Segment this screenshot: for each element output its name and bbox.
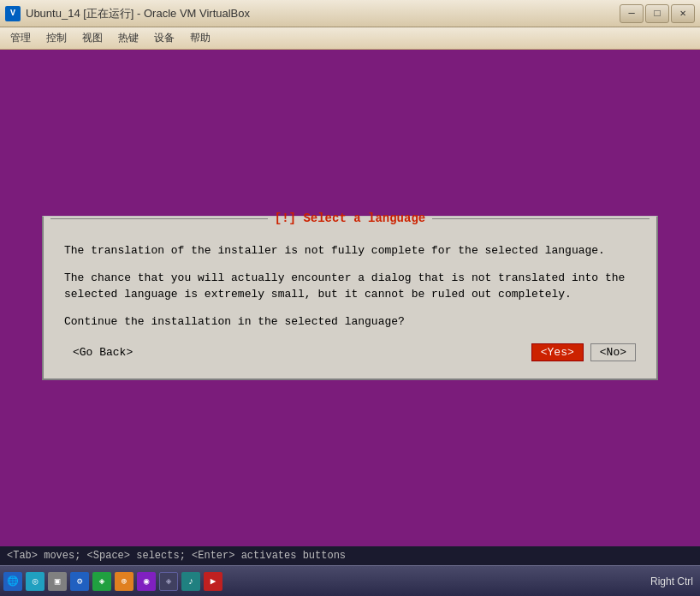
dialog-body: The translation of the installer is not … [44,229,656,378]
dialog-line2: The chance that you will actually encoun… [64,270,636,303]
maximize-button[interactable]: □ [645,4,669,23]
titlebar-left: V Ubuntu_14 [正在运行] - Oracle VM VirtualBo… [5,6,250,21]
dialog-buttons: <Go Back> <Yes> <No> [64,343,636,361]
status-bar: <Tab> moves; <Space> selects; <Enter> ac… [0,546,700,565]
titlebar: V Ubuntu_14 [正在运行] - Oracle VM VirtualBo… [0,0,700,27]
menu-item-hotkey[interactable]: 热键 [111,29,145,47]
taskbar-icons: 🌐◎▣⚙◈⊕◉◈♪▶ [3,572,222,591]
titlebar-buttons: — □ ✕ [620,4,695,23]
dialog-line3: Continue the installation in the selecte… [64,313,636,331]
vm-area: [!] Select a language The translation of… [0,50,700,596]
app-icon: V [5,6,21,21]
dialog-box: [!] Select a language The translation of… [42,216,658,380]
status-text: <Tab> moves; <Space> selects; <Enter> ac… [7,550,346,562]
usb-icon[interactable]: ⊕ [115,572,133,591]
display-icon[interactable]: ▣ [48,572,67,591]
dialog-title-line-right [432,218,650,219]
browser-icon[interactable]: ◎ [26,572,44,591]
menu-item-manage[interactable]: 管理 [3,29,38,47]
menu-item-control[interactable]: 控制 [39,29,74,47]
media-icon[interactable]: ◉ [137,572,156,591]
settings-icon[interactable]: ◈ [159,572,178,591]
menu-item-help[interactable]: 帮助 [183,29,217,47]
dialog-title: [!] Select a language [268,212,432,225]
menu-item-devices[interactable]: 设备 [147,29,181,47]
storage-icon[interactable]: ◈ [92,572,111,591]
vm-icon[interactable]: ▶ [204,572,222,591]
link-icon[interactable]: ⚙ [70,572,89,591]
dialog-line1: The translation of the installer is not … [64,242,636,259]
menubar: 管理 控制 视图 热键 设备 帮助 [0,27,700,50]
right-ctrl-label: Right Ctrl [650,575,697,587]
no-button[interactable]: <No> [590,343,636,361]
taskbar: 🌐◎▣⚙◈⊕◉◈♪▶ Right Ctrl [0,565,700,596]
dialog-title-line-left [50,218,268,219]
network-icon[interactable]: 🌐 [3,572,22,591]
yes-button[interactable]: <Yes> [531,343,584,361]
close-button[interactable]: ✕ [671,4,695,23]
dialog-title-bar: [!] Select a language [44,208,656,229]
menu-item-view[interactable]: 视图 [75,29,110,47]
audio-icon[interactable]: ♪ [181,572,200,591]
vm-content: [!] Select a language The translation of… [0,50,700,546]
title-text: Ubuntu_14 [正在运行] - Oracle VM VirtualBox [26,6,250,21]
minimize-button[interactable]: — [620,4,644,23]
go-back-button[interactable]: <Go Back> [64,344,141,361]
